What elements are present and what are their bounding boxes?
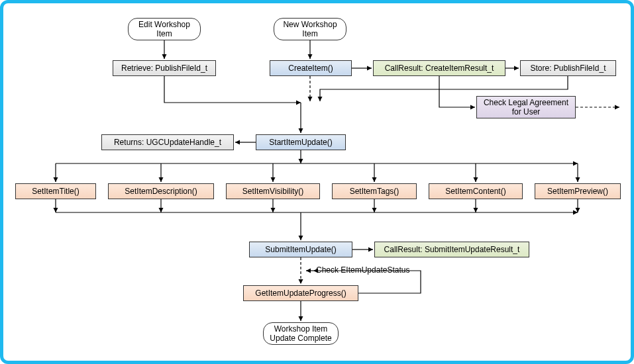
label-check-eitemupdatestatus: Check EItemUpdateStatus [316,265,409,275]
node-getitemupdateprogress: GetItemUpdateProgress() [243,285,358,301]
start-edit-workshop-item: Edit Workshop Item [128,18,201,40]
node-check-legal-agreement: Check Legal Agreement for User [476,96,576,118]
node-setitemcontent: SetItemContent() [429,183,523,199]
node-setitemdescription: SetItemDescription() [108,183,214,199]
node-store-publishfileid: Store: PublishFileId_t [520,60,616,76]
node-submititemupdate: SubmitItemUpdate() [249,242,352,257]
arrows-layer [3,3,631,361]
node-setitemtitle: SetItemTitle() [15,183,96,199]
node-setitemvisibility: SetItemVisibility() [226,183,320,199]
node-retrieve-publishfileid: Retrieve: PublishFileId_t [113,60,216,76]
node-submititemupdateresult: CallResult: SubmitItemUpdateResult_t [374,242,529,257]
start-new-workshop-item: New Workshop Item [274,18,346,40]
node-createitem: CreateItem() [270,60,352,76]
end-workshop-item-update-complete: Workshop Item Update Complete [263,322,339,345]
node-setitempreview: SetItemPreview() [535,183,621,199]
flowchart-diagram: { "start": { "edit": "Edit Workshop Item… [0,0,634,364]
node-returns-ugcupdatehandle: Returns: UGCUpdateHandle_t [101,134,234,150]
node-startitemupdate: StartItemUpdate() [256,134,346,150]
node-setitemtags: SetItemTags() [332,183,417,199]
node-createitemresult: CallResult: CreateItemResult_t [373,60,505,76]
